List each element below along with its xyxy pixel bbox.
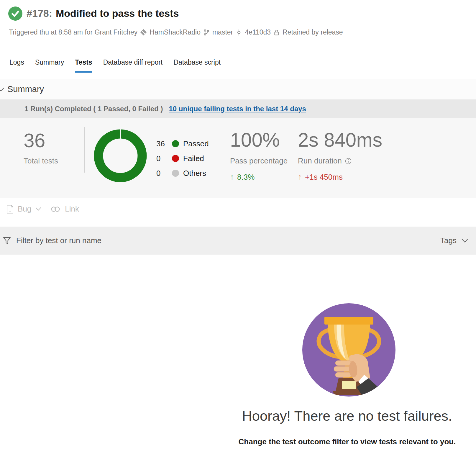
bug-button-label: Bug — [18, 204, 31, 214]
run-duration-label: Run duration — [298, 156, 352, 166]
git-repo-icon — [140, 29, 147, 36]
total-tests-label: Total tests — [24, 156, 58, 166]
link-button[interactable]: Link — [50, 204, 79, 214]
retained-text: Retained by release — [283, 28, 343, 36]
tab-summary[interactable]: Summary — [35, 58, 64, 73]
tags-dropdown[interactable]: Tags — [440, 236, 468, 245]
chevron-down-icon — [461, 238, 468, 243]
tab-logs[interactable]: Logs — [9, 58, 24, 73]
page-title: #178:Modified to pass the tests — [27, 8, 179, 19]
others-count: 0 — [156, 169, 168, 178]
duration-delta-text: +1s 450ms — [305, 173, 343, 182]
check-icon — [8, 6, 22, 21]
build-meta-line: Triggered thu at 8:58 am for Grant Fritc… — [9, 28, 343, 36]
link-button-label: Link — [65, 204, 79, 214]
filter-bar: Tags — [0, 227, 476, 255]
pass-percentage-value: 100% — [230, 129, 280, 151]
up-arrow-green-icon: ↑ — [230, 172, 234, 182]
vertical-divider — [84, 127, 85, 173]
failed-label: Failed — [183, 154, 204, 163]
pass-percentage-delta: ↑ 8.3% — [230, 172, 255, 182]
failed-count: 0 — [156, 154, 168, 163]
collapse-chevron-icon[interactable] — [0, 86, 5, 93]
unique-failing-tests-link[interactable]: 10 unique failing tests in the last 14 d… — [169, 105, 306, 113]
empty-state-subtitle: Change the test outcome filter to view t… — [216, 437, 476, 446]
failed-dot-icon — [172, 155, 179, 162]
link-chain-icon — [50, 206, 61, 213]
run-duration-delta: ↑ +1s 450ms — [298, 172, 343, 182]
tab-tests[interactable]: Tests — [75, 58, 92, 73]
test-summary-stats: 36 Total tests 36 Passed 0 Failed 0 — [0, 118, 476, 198]
trophy-svg — [302, 303, 395, 397]
passed-label: Passed — [183, 139, 209, 148]
build-run-number: #178: — [27, 8, 52, 19]
run-duration-text: Run duration — [298, 156, 342, 166]
lock-icon — [273, 29, 280, 36]
summary-section-title: Summary — [7, 84, 44, 94]
runs-completed-bar: 1 Run(s) Completed ( 1 Passed, 0 Failed … — [0, 99, 476, 118]
passed-count: 36 — [156, 139, 168, 148]
passed-dot-icon — [172, 140, 179, 147]
repo-name[interactable]: HamShackRadio — [150, 28, 201, 36]
commit-hash[interactable]: 4e110d3 — [245, 28, 271, 36]
summary-section-header[interactable]: Summary — [0, 79, 476, 99]
empty-state-title: Hooray! There are no test failures. — [216, 408, 476, 424]
pass-delta-text: 8.3% — [237, 173, 255, 182]
triggered-text: Triggered thu at 8:58 am for Grant Fritc… — [9, 28, 137, 36]
total-tests-value: 36 — [24, 130, 45, 151]
git-commit-icon — [236, 29, 242, 36]
tab-database-script[interactable]: Database script — [173, 58, 221, 73]
build-title: Modified to pass the tests — [56, 8, 179, 19]
filter-input[interactable] — [16, 236, 440, 245]
work-item-toolbar: Bug Link — [0, 198, 476, 220]
git-branch-icon — [203, 29, 210, 36]
filter-funnel-icon — [3, 237, 11, 244]
chevron-down-icon — [35, 207, 41, 211]
legend-row-passed: 36 Passed — [156, 136, 209, 151]
legend-row-others: 0 Others — [156, 166, 209, 181]
create-bug-button[interactable]: Bug — [6, 204, 41, 214]
others-label: Others — [183, 169, 206, 178]
others-dot-icon — [172, 170, 179, 177]
trophy-illustration — [302, 303, 395, 397]
up-arrow-red-icon: ↑ — [298, 172, 302, 182]
runs-status-text: 1 Run(s) Completed ( 1 Passed, 0 Failed … — [24, 105, 163, 113]
build-success-icon — [8, 6, 22, 21]
test-results-page: #178:Modified to pass the tests Triggere… — [0, 0, 476, 452]
info-icon[interactable] — [345, 158, 352, 165]
legend-row-failed: 0 Failed — [156, 151, 209, 166]
donut-legend: 36 Passed 0 Failed 0 Others — [156, 136, 209, 181]
tab-bar: Logs Summary Tests Database diff report … — [9, 58, 221, 73]
run-duration-value: 2s 840ms — [298, 129, 382, 151]
bug-workitem-icon — [6, 205, 14, 214]
results-donut-chart — [94, 129, 147, 182]
tags-label: Tags — [440, 236, 457, 245]
tab-database-diff-report[interactable]: Database diff report — [103, 58, 163, 73]
pass-percentage-label: Pass percentage — [230, 156, 288, 166]
branch-name[interactable]: master — [212, 28, 233, 36]
donut-svg — [94, 129, 147, 182]
